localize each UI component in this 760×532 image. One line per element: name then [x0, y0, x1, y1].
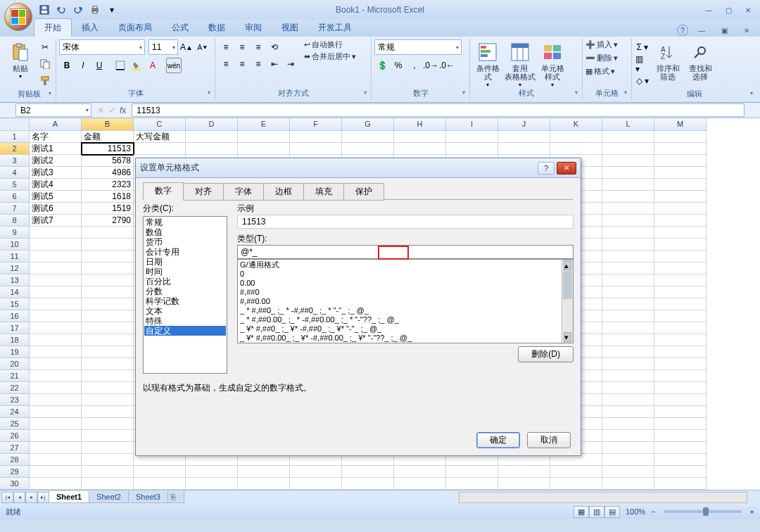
category-item[interactable]: 分数	[144, 286, 226, 296]
row-header[interactable]: 4	[0, 167, 30, 179]
comma-icon[interactable]: ,	[407, 58, 422, 73]
cell[interactable]	[602, 239, 654, 251]
format-cells-button[interactable]: ▦格式 ▾	[585, 66, 615, 77]
row-header[interactable]: 7	[0, 203, 30, 215]
row-header[interactable]: 28	[0, 454, 30, 466]
fill-icon[interactable]: ▥ ▾	[635, 56, 650, 72]
cell[interactable]	[30, 406, 82, 418]
cell[interactable]: 测试4	[30, 179, 82, 191]
minimize-button[interactable]: —	[699, 4, 718, 16]
cell[interactable]	[654, 442, 707, 454]
category-item[interactable]: 常规	[144, 217, 226, 227]
tab-formulas[interactable]: 公式	[162, 19, 198, 37]
cell[interactable]	[82, 454, 134, 466]
cell[interactable]	[30, 466, 82, 478]
align-right-icon[interactable]: ≡	[251, 56, 266, 72]
cell[interactable]	[82, 274, 134, 286]
row-header[interactable]: 18	[0, 334, 30, 346]
sheet-nav-prev[interactable]: ◂	[13, 492, 25, 503]
column-header-E[interactable]: E	[238, 118, 290, 131]
category-item[interactable]: 科学记数	[144, 296, 226, 306]
phonetic-icon[interactable]: wén	[166, 58, 182, 73]
category-item[interactable]: 自定义	[144, 326, 226, 336]
column-header-M[interactable]: M	[654, 118, 707, 131]
column-header-J[interactable]: J	[498, 118, 550, 131]
cell[interactable]	[498, 131, 550, 143]
cell[interactable]	[602, 262, 654, 274]
row-header[interactable]: 22	[0, 382, 30, 394]
column-header-F[interactable]: F	[290, 118, 342, 131]
delete-cells-button[interactable]: ➖删除 ▾	[585, 53, 618, 63]
cell[interactable]	[602, 418, 654, 430]
row-header[interactable]: 17	[0, 322, 30, 334]
column-header-A[interactable]: A	[30, 118, 82, 131]
cell[interactable]: 金额	[82, 131, 134, 143]
cancel-formula-icon[interactable]: ✕	[97, 106, 104, 115]
cut-icon[interactable]: ✂	[37, 39, 53, 55]
cell[interactable]	[654, 262, 707, 274]
column-header-L[interactable]: L	[602, 118, 654, 131]
tab-insert[interactable]: 插入	[72, 19, 108, 37]
format-item[interactable]: _ ¥* #,##0.00_ ;_ ¥* -#,##0.00_ ;_ ¥* "-…	[239, 334, 572, 343]
cell[interactable]	[498, 466, 550, 478]
cell[interactable]	[30, 454, 82, 466]
insert-cells-button[interactable]: ➕插入 ▾	[585, 39, 618, 50]
cell[interactable]	[602, 394, 654, 406]
row-header[interactable]: 15	[0, 298, 30, 310]
cell[interactable]	[550, 466, 602, 478]
cell[interactable]	[134, 466, 186, 478]
cell[interactable]	[602, 358, 654, 370]
format-list[interactable]: G/通用格式00.00#,##0#,##0.00_ * #,##0_ ;_ * …	[237, 259, 574, 343]
cell[interactable]	[654, 155, 707, 167]
cell[interactable]	[82, 478, 134, 490]
dlg-tab-number[interactable]: 数字	[143, 182, 184, 200]
cell[interactable]	[602, 155, 654, 167]
cell[interactable]: 2323	[82, 179, 134, 191]
cell[interactable]	[82, 358, 134, 370]
cell[interactable]	[30, 382, 82, 394]
cell[interactable]	[290, 478, 342, 490]
wrap-text-button[interactable]: ↩自动换行	[304, 39, 356, 50]
format-item[interactable]: #,##0	[239, 288, 572, 297]
find-select-button[interactable]: 查找和 选择	[685, 39, 715, 81]
cell[interactable]	[186, 131, 238, 143]
dlg-tab-border[interactable]: 边框	[263, 183, 304, 201]
cell[interactable]	[30, 478, 82, 490]
cell[interactable]	[550, 478, 602, 490]
cell[interactable]	[602, 215, 654, 227]
workbook-minimize[interactable]: —	[692, 24, 711, 37]
cell[interactable]	[30, 322, 82, 334]
cell[interactable]: 测试1	[30, 143, 82, 155]
cell[interactable]	[602, 131, 654, 143]
increase-font-icon[interactable]: A▲	[179, 39, 194, 55]
align-top-icon[interactable]: ≡	[218, 39, 234, 55]
cell[interactable]	[134, 478, 186, 490]
tab-data[interactable]: 数据	[198, 19, 235, 37]
cell[interactable]	[602, 442, 654, 454]
clear-icon[interactable]: ◇ ▾	[635, 73, 650, 89]
dlg-tab-fill[interactable]: 填充	[303, 183, 344, 201]
row-header[interactable]: 2	[0, 143, 30, 155]
format-item[interactable]: 0.00	[239, 279, 572, 288]
cell[interactable]	[602, 370, 654, 382]
cell[interactable]	[342, 466, 394, 478]
cell[interactable]	[82, 262, 134, 274]
merge-center-button[interactable]: ⬌合并后居中 ▾	[304, 51, 356, 62]
cell[interactable]	[602, 478, 654, 490]
tab-page-layout[interactable]: 页面布局	[108, 19, 162, 37]
cell[interactable]	[342, 131, 394, 143]
cell[interactable]	[550, 131, 602, 143]
underline-icon[interactable]: U	[91, 58, 107, 73]
cell[interactable]	[654, 215, 707, 227]
cell[interactable]	[82, 286, 134, 298]
cell[interactable]	[654, 131, 707, 143]
dialog-help-button[interactable]: ?	[538, 162, 555, 175]
sheet-nav-next[interactable]: ▸	[25, 492, 37, 503]
cell[interactable]	[602, 334, 654, 346]
row-header[interactable]: 20	[0, 358, 30, 370]
cell[interactable]	[30, 239, 82, 251]
format-item[interactable]: #,##0.00	[239, 297, 572, 306]
format-table-button[interactable]: 套用 表格格式▾	[505, 39, 535, 88]
italic-icon[interactable]: I	[75, 58, 91, 73]
cell[interactable]	[654, 167, 707, 179]
